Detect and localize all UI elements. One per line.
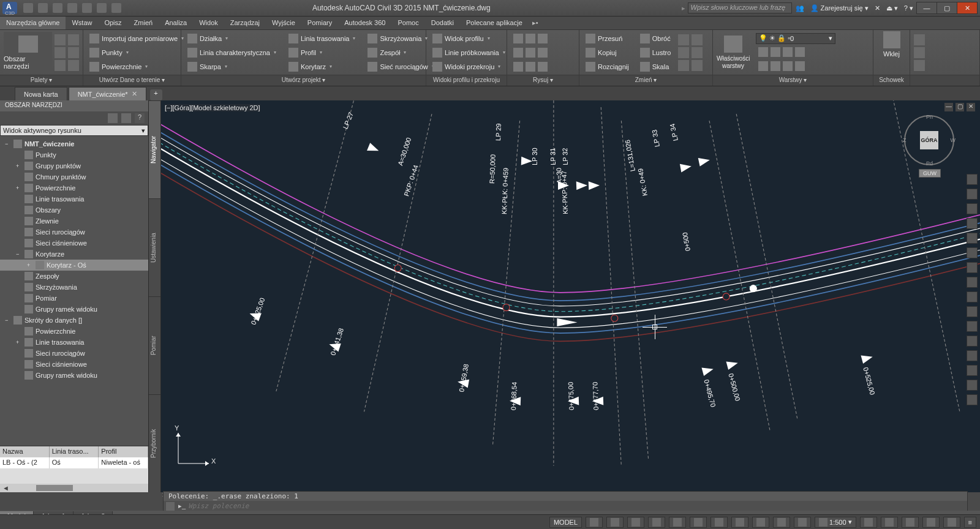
palette-icon[interactable] [68, 60, 79, 71]
tree-node[interactable]: Obszary [0, 204, 148, 216]
ribbon-item[interactable]: Linia charakterystyczna▾ [185, 47, 279, 59]
status-icon[interactable] [710, 517, 728, 528]
tree-node[interactable]: +Linie trasowania [0, 337, 148, 348]
qat-save-icon[interactable] [53, 3, 62, 13]
status-icon[interactable] [881, 517, 898, 528]
tree-node[interactable]: Sieci ciśnieniowe [0, 359, 148, 370]
tree-node[interactable]: +Grupy punktów [0, 160, 148, 171]
menu-tab-polecane-aplikacje[interactable]: Polecane aplikacje [460, 17, 529, 29]
layer-icon[interactable] [795, 61, 805, 71]
tree-node[interactable]: −Korytarze [0, 249, 148, 260]
nav-orbit-icon[interactable] [967, 218, 978, 229]
ribbon-item[interactable]: Działka▾ [185, 32, 279, 45]
drawing-canvas[interactable]: [−][Góra][Model szkieletowy 2D] — ▢ ✕ [161, 100, 980, 492]
modify-icon[interactable] [692, 47, 703, 58]
ribbon-item[interactable]: Importuj dane pomiarowe▾ [87, 32, 186, 45]
status-icon[interactable] [690, 517, 707, 528]
modify-icon[interactable] [692, 34, 703, 45]
doc-tab[interactable]: Nowa karta [15, 87, 67, 100]
ribbon-overflow-icon[interactable]: ▸• [529, 17, 542, 29]
ribbon-item[interactable]: Lustro [638, 47, 674, 59]
nav-pan-icon[interactable] [967, 189, 978, 200]
ribbon-icon[interactable] [914, 34, 925, 45]
menu-tab-analiza[interactable]: Analiza [159, 17, 193, 29]
qat-saveas-icon[interactable] [67, 3, 77, 13]
menu-tab-dodatki[interactable]: Dodatki [425, 17, 460, 29]
status-icon[interactable] [943, 517, 960, 528]
toolspace-button[interactable]: Obszar narzędzi [4, 32, 52, 73]
status-icon[interactable] [860, 517, 877, 528]
menu-tab-wstaw[interactable]: Wstaw [66, 17, 98, 29]
nav-wheel-icon[interactable] [967, 174, 978, 185]
rect-icon[interactable] [526, 48, 535, 58]
side-tab-nawigator[interactable]: Nawigator [149, 100, 160, 198]
nav-icon[interactable] [967, 365, 978, 376]
arc-icon[interactable] [538, 34, 548, 43]
ribbon-item[interactable]: Widok profilu▾ [430, 32, 508, 45]
tree-node[interactable]: Sieci ciśnieniowe [0, 238, 148, 249]
qat-new-icon[interactable] [23, 3, 33, 13]
ribbon-item[interactable]: Kopiuj [583, 47, 631, 59]
add-tab-button[interactable]: + [150, 89, 162, 100]
ribbon-item[interactable]: Linie próbkowania▾ [430, 47, 508, 59]
palette-icon[interactable] [55, 34, 66, 45]
ribbon-item[interactable]: Linia trasowania▾ [286, 32, 358, 45]
tree-node[interactable]: Pomiar [0, 293, 148, 304]
nav-icon[interactable] [967, 233, 978, 244]
menu-tab-zarządzaj[interactable]: Zarządzaj [224, 17, 266, 29]
nav-icon[interactable] [967, 394, 978, 405]
tree-node[interactable]: Punkty [0, 149, 148, 160]
stayconn-icon[interactable]: ⏏ ▾ [886, 4, 898, 12]
polyline-icon[interactable] [526, 34, 535, 43]
status-grid-icon[interactable] [586, 517, 603, 528]
menu-tab-pomoc[interactable]: Pomoc [391, 17, 424, 29]
tree-node[interactable]: −NMT_ćwiczenie [0, 138, 148, 149]
status-icon[interactable] [648, 517, 665, 528]
ts-help-icon[interactable]: ? [135, 113, 145, 123]
draw-icon[interactable] [526, 62, 535, 72]
tree-node[interactable]: Zlewnie [0, 216, 148, 227]
ribbon-icon[interactable] [914, 60, 925, 71]
prospector-tree[interactable]: −NMT_ćwiczeniePunkty+Grupy punktówChmury… [0, 136, 148, 446]
status-customize-icon[interactable]: ≡ [964, 517, 976, 528]
layer-icon[interactable] [783, 61, 793, 71]
nav-icon[interactable] [967, 277, 978, 288]
status-icon[interactable] [606, 517, 624, 528]
cmd-menu-icon[interactable] [166, 502, 175, 511]
nav-icon[interactable] [967, 262, 978, 273]
exchange-icon[interactable]: ✕ [875, 4, 880, 12]
tree-node[interactable]: Grupy ramek widoku [0, 370, 148, 381]
menu-tab-opisz[interactable]: Opisz [98, 17, 127, 29]
command-input[interactable] [188, 502, 965, 510]
nav-icon[interactable] [967, 336, 978, 347]
status-icon[interactable] [752, 517, 769, 528]
status-icon[interactable] [669, 517, 686, 528]
qat-open-icon[interactable] [38, 3, 48, 13]
line-icon[interactable] [513, 34, 523, 43]
side-tab-przybornik[interactable]: Przybornik [149, 394, 160, 492]
viewcube[interactable]: GÓRA Pn Pd W Z GUW [904, 115, 954, 165]
command-line[interactable]: Polecenie: _.erase znaleziono: 1 ▸_ [163, 491, 968, 512]
signin-button[interactable]: 👤 Zarejestruj się ▾ [810, 4, 869, 12]
layer-icon[interactable] [783, 47, 793, 57]
doc-tab[interactable]: NMT_ćwiczenie*✕ [69, 87, 146, 100]
status-icon[interactable] [627, 517, 644, 528]
status-scale[interactable]: 1:500 ▾ [815, 517, 856, 528]
tree-node[interactable]: Linie trasowania [0, 193, 148, 204]
layer-icon[interactable] [771, 61, 780, 71]
tree-node[interactable]: Zespoły [0, 271, 148, 282]
layer-icon[interactable] [758, 47, 768, 57]
nav-icon[interactable] [967, 380, 978, 391]
menu-tab-pomiary[interactable]: Pomiary [301, 17, 338, 29]
ts-icon[interactable] [108, 113, 118, 123]
layer-icon[interactable] [758, 61, 768, 71]
a360-icon[interactable]: 👥 [796, 4, 804, 12]
nav-icon[interactable] [967, 291, 978, 302]
modify-icon[interactable] [678, 47, 689, 58]
status-model[interactable]: MODEL [549, 517, 582, 528]
layer-icon[interactable] [795, 47, 805, 57]
ribbon-item[interactable]: Skarpa▾ [185, 61, 279, 73]
status-icon[interactable] [773, 517, 790, 528]
status-icon[interactable] [731, 517, 748, 528]
palette-icon[interactable] [68, 47, 79, 58]
